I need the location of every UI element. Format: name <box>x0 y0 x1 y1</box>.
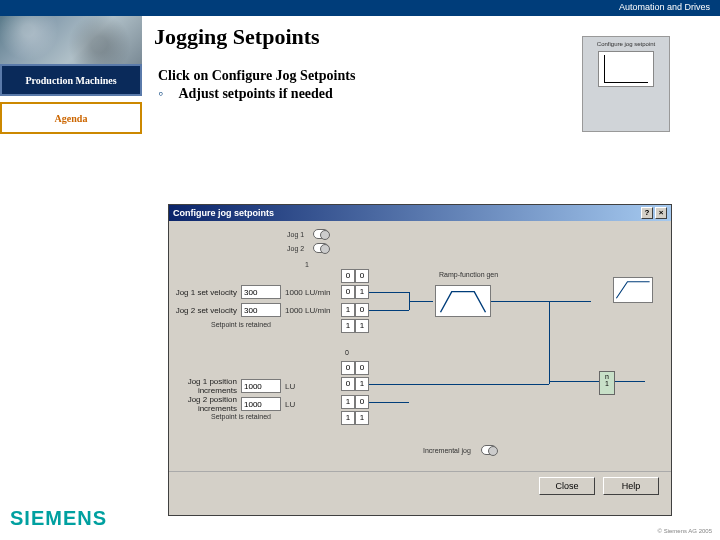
jog-output-block: n 1 <box>599 371 615 395</box>
g1-r0c0: 0 <box>341 269 355 283</box>
jog1-velocity-field: Jog 1 set velocity 1000 LU/min <box>173 285 330 299</box>
dialog-title: Configure jog setpoints <box>173 208 274 218</box>
out-top: n <box>600 373 614 380</box>
incremental-jog-switch[interactable] <box>481 445 497 455</box>
instruction-line: Click on Configure Jog Setpoints <box>158 68 355 84</box>
retained1-label: Setpoint is retained <box>211 321 271 328</box>
out-bot: 1 <box>600 380 614 387</box>
sidebar: Production Machines Agenda <box>0 64 142 134</box>
sidebar-item-label: Agenda <box>55 113 88 124</box>
jog2-switch[interactable] <box>313 243 329 253</box>
bullet-text: Adjust setpoints if needed <box>178 86 332 101</box>
retained2-label: Setpoint is retained <box>211 413 271 420</box>
jog1-pos-field: Jog 1 position increments LU <box>173 377 295 395</box>
dialog-body: Jog 1 Jog 2 1 Jog 1 set velocity 1000 LU… <box>169 221 671 499</box>
ramp-small-box <box>613 277 653 303</box>
incremental-jog-label: Incremental jog <box>423 447 471 454</box>
wire <box>549 301 550 384</box>
field-unit: 1000 LU/min <box>285 288 330 297</box>
g2-r3c1: 1 <box>355 411 369 425</box>
configure-jog-dialog: Configure jog setpoints ? × Jog 1 Jog 2 … <box>168 204 672 516</box>
wire <box>615 381 645 382</box>
jog2-pos-input[interactable] <box>241 397 281 411</box>
wire <box>369 384 549 385</box>
g1-r3c0: 1 <box>341 319 355 333</box>
thumbnail-panel: Configure jog setpoint <box>582 36 670 132</box>
jog2-velocity-input[interactable] <box>241 303 281 317</box>
bullet-item: Adjust setpoints if needed <box>158 86 355 102</box>
g2-r3c0: 1 <box>341 411 355 425</box>
top-bar: Automation and Drives <box>0 0 720 16</box>
field-unit: LU <box>285 382 295 391</box>
jog1-velocity-input[interactable] <box>241 285 281 299</box>
ramp-function-box[interactable] <box>435 285 491 317</box>
wire <box>369 310 409 311</box>
help-button[interactable]: Help <box>603 477 659 495</box>
g2-r0c1: 0 <box>355 361 369 375</box>
g2-r2c1: 0 <box>355 395 369 409</box>
g2-r1c0: 0 <box>341 377 355 391</box>
jog1-pos-input[interactable] <box>241 379 281 393</box>
titlebar-buttons: ? × <box>641 207 667 219</box>
jog2-pos-field: Jog 2 position increments LU <box>173 395 295 413</box>
wire <box>549 381 599 382</box>
instruction-pre: Click on <box>158 68 212 83</box>
dialog-footer: Close Help <box>169 471 671 499</box>
g1-r2c1: 0 <box>355 303 369 317</box>
close-button[interactable]: Close <box>539 477 595 495</box>
wire <box>491 301 591 302</box>
ramp-label: Ramp-function gen <box>439 271 498 278</box>
wire <box>369 402 409 403</box>
field-unit: 1000 LU/min <box>285 306 330 315</box>
g1-r1c0: 0 <box>341 285 355 299</box>
g1-r1c1: 1 <box>355 285 369 299</box>
titlebar-help-button[interactable]: ? <box>641 207 653 219</box>
g1-r2c0: 1 <box>341 303 355 317</box>
sidebar-item-production[interactable]: Production Machines <box>0 64 142 96</box>
g1-r3c1: 1 <box>355 319 369 333</box>
brand-logo: SIEMENS <box>10 507 107 530</box>
instruction-link: Configure Jog Setpoints <box>212 68 356 83</box>
field-label: Jog 2 set velocity <box>173 306 237 315</box>
col-hdr-1: 1 <box>305 261 309 268</box>
field-label: Jog 1 set velocity <box>173 288 237 297</box>
wire <box>369 292 409 293</box>
dialog-titlebar: Configure jog setpoints ? × <box>169 205 671 221</box>
sidebar-item-agenda[interactable]: Agenda <box>0 102 142 134</box>
g2-r2c0: 1 <box>341 395 355 409</box>
field-label: Jog 1 position increments <box>173 377 237 395</box>
field-label: Jog 2 position increments <box>173 395 237 413</box>
thumb-graph <box>598 51 654 87</box>
jog1-switch[interactable] <box>313 229 329 239</box>
thumb-title: Configure jog setpoint <box>587 41 665 47</box>
jog1-toggle-label: Jog 1 <box>287 231 304 238</box>
content: Click on Configure Jog Setpoints Adjust … <box>158 68 355 102</box>
jog2-toggle-label: Jog 2 <box>287 245 304 252</box>
topbar-text: Automation and Drives <box>619 2 710 12</box>
titlebar-close-button[interactable]: × <box>655 207 667 219</box>
footer-copyright: © Siemens AG 2005 <box>658 528 712 534</box>
g1-r0c1: 0 <box>355 269 369 283</box>
field-unit: LU <box>285 400 295 409</box>
g2-r0c0: 0 <box>341 361 355 375</box>
g2-r1c1: 1 <box>355 377 369 391</box>
jog2-velocity-field: Jog 2 set velocity 1000 LU/min <box>173 303 330 317</box>
sidebar-item-label: Production Machines <box>25 75 116 86</box>
header-image <box>0 16 142 64</box>
g2-hdr: 0 <box>345 349 349 356</box>
wire <box>409 301 433 302</box>
